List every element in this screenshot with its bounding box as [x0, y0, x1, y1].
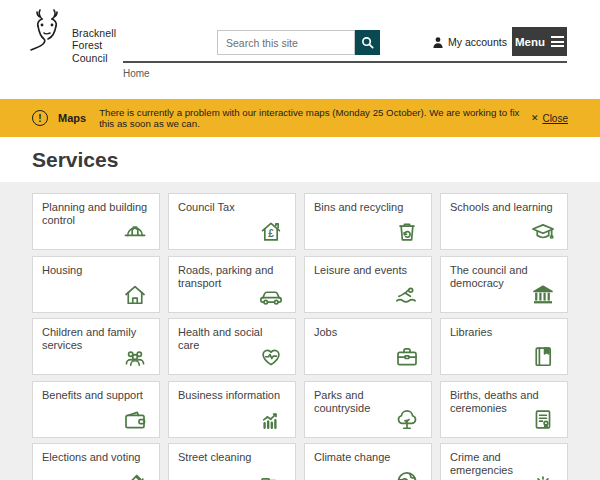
alert-close-button[interactable]: ✕ Close: [531, 113, 568, 124]
service-card-the-council-and-democracy[interactable]: The council and democracy: [440, 256, 568, 313]
close-label: Close: [542, 113, 568, 124]
service-card-elections-and-voting[interactable]: Elections and voting: [32, 443, 160, 480]
stag-logo-icon: [28, 6, 66, 56]
civic-building-icon: [529, 281, 557, 308]
search-input[interactable]: [217, 30, 355, 55]
service-card-label: Schools and learning: [450, 201, 558, 214]
globe-icon: [393, 468, 421, 480]
service-card-children-and-family-services[interactable]: Children and family services: [32, 318, 160, 375]
site-search: [217, 30, 380, 55]
service-card-libraries[interactable]: Libraries: [440, 318, 568, 375]
breadcrumb-home[interactable]: Home: [123, 68, 150, 79]
maps-alert-banner: ! Maps There is currently a problem with…: [0, 99, 600, 137]
page-title: Services: [32, 148, 118, 172]
ballot-pen-icon: [121, 468, 149, 480]
search-button[interactable]: [355, 30, 380, 55]
service-card-label: Leisure and events: [314, 264, 422, 277]
hamburger-icon: [551, 36, 564, 47]
close-icon: ✕: [531, 113, 539, 123]
service-card-schools-and-learning[interactable]: Schools and learning: [440, 193, 568, 250]
service-card-health-and-social-care[interactable]: Health and social care: [168, 318, 296, 375]
siren-icon: [529, 468, 557, 480]
header-divider: [123, 61, 567, 63]
tree-icon: [393, 406, 421, 433]
service-card-bins-and-recycling[interactable]: Bins and recycling: [304, 193, 432, 250]
service-card-planning-and-building-control[interactable]: Planning and building control: [32, 193, 160, 250]
service-card-label: Street cleaning: [178, 451, 286, 464]
warning-icon: !: [32, 110, 48, 126]
my-accounts-label: My accounts: [448, 36, 507, 48]
my-accounts-link[interactable]: My accounts: [433, 36, 507, 48]
sweeper-truck-icon: [257, 468, 285, 480]
services-header: Services: [0, 137, 600, 182]
menu-button[interactable]: Menu: [512, 27, 567, 56]
service-card-business-information[interactable]: Business information: [168, 381, 296, 438]
search-icon: [361, 36, 374, 49]
house-pound-icon: £: [257, 218, 285, 245]
logo-line-1: Bracknell: [72, 27, 116, 39]
service-card-births-deaths-and-ceremonies[interactable]: Births, deaths and ceremonies: [440, 381, 568, 438]
car-icon: [257, 281, 285, 308]
service-card-parks-and-countryside[interactable]: Parks and countryside: [304, 381, 432, 438]
certificate-icon: [529, 406, 557, 433]
logo-line-3: Council: [72, 52, 116, 64]
swimmer-icon: [393, 281, 421, 308]
service-card-climate-change[interactable]: Climate change: [304, 443, 432, 480]
recycling-bin-icon: [393, 218, 421, 245]
site-header: Bracknell Forest Council My accounts Men…: [0, 0, 600, 99]
service-card-label: Benefits and support: [42, 389, 150, 402]
svg-text:£: £: [268, 228, 274, 239]
service-card-label: Business information: [178, 389, 286, 402]
menu-label: Menu: [515, 36, 545, 48]
logo-line-2: Forest: [72, 39, 116, 51]
services-grid: Planning and building control Council Ta…: [32, 193, 568, 480]
service-card-label: Libraries: [450, 326, 558, 339]
family-icon: [121, 343, 149, 370]
alert-title: Maps: [58, 112, 86, 124]
service-card-label: Climate change: [314, 451, 422, 464]
service-card-crime-and-emergencies[interactable]: Crime and emergencies: [440, 443, 568, 480]
bar-chart-icon: [257, 406, 285, 433]
book-icon: [529, 343, 557, 370]
service-card-label: Council Tax: [178, 201, 286, 214]
service-card-label: Housing: [42, 264, 150, 277]
service-card-street-cleaning[interactable]: Street cleaning: [168, 443, 296, 480]
alert-message: There is currently a problem with our in…: [99, 107, 531, 129]
hard-hat-icon: [121, 218, 149, 245]
graduation-cap-icon: [529, 218, 557, 245]
service-card-label: Jobs: [314, 326, 422, 339]
person-icon: [433, 37, 443, 48]
service-card-roads-parking-and-transport[interactable]: Roads, parking and transport: [168, 256, 296, 313]
service-card-leisure-and-events[interactable]: Leisure and events: [304, 256, 432, 313]
service-card-jobs[interactable]: Jobs: [304, 318, 432, 375]
heart-pulse-icon: [257, 343, 285, 370]
service-card-benefits-and-support[interactable]: Benefits and support: [32, 381, 160, 438]
wallet-icon: [121, 406, 149, 433]
logo-wordmark[interactable]: Bracknell Forest Council: [72, 27, 116, 64]
service-card-label: Elections and voting: [42, 451, 150, 464]
briefcase-icon: [393, 343, 421, 370]
house-icon: [121, 281, 149, 308]
service-card-label: Bins and recycling: [314, 201, 422, 214]
services-section: Planning and building control Council Ta…: [0, 182, 600, 480]
service-card-council-tax[interactable]: Council Tax £: [168, 193, 296, 250]
service-card-housing[interactable]: Housing: [32, 256, 160, 313]
